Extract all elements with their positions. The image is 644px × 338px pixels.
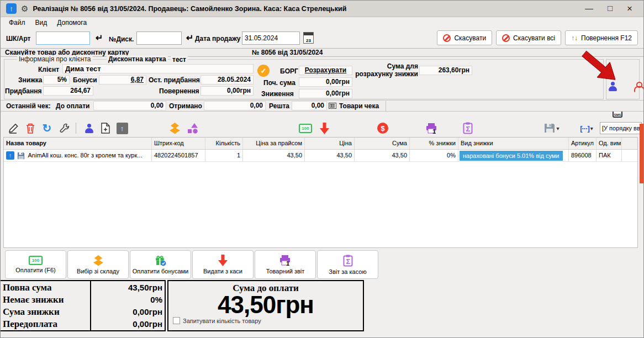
- menu-view[interactable]: Вид: [30, 19, 52, 27]
- sku-input[interactable]: [36, 31, 90, 45]
- received-field: 0,00: [204, 101, 266, 110]
- add-client-person-icon[interactable]: [634, 82, 643, 91]
- item-discount-kind-cell: нараховані бонуси 5.01% від суми: [458, 150, 569, 161]
- stock-icon[interactable]: [168, 122, 181, 135]
- stock-select-button[interactable]: Вибір зі складу: [67, 250, 129, 279]
- title-bar: ↑ ⚙ Реалізація № 8056 від 31/05/2024. Пр…: [1, 1, 643, 17]
- discount-field: 5%: [43, 75, 70, 84]
- sort-order-combo[interactable]: [У порядку вве: [600, 122, 642, 134]
- banknote-icon: 100: [29, 256, 43, 265]
- discount-card-label: №Диск.: [109, 35, 134, 43]
- delete-icon[interactable]: [24, 122, 37, 135]
- returns-field: 0,00грн: [200, 86, 254, 96]
- client-name-field: Дима тест: [62, 64, 254, 73]
- up-arrow-icon: ↑: [117, 123, 128, 134]
- ask-quantity-label: Запитувати кількість товару: [183, 318, 261, 324]
- item-list-price-cell: 43,50: [243, 150, 305, 161]
- item-unit-cell: ПАК: [597, 150, 622, 161]
- client-info-legend: Інформація про клієнта: [17, 55, 93, 63]
- total-amount: 43,50грн: [218, 294, 314, 316]
- upload-icon[interactable]: ↑: [115, 122, 129, 135]
- minimize-button[interactable]: —: [585, 3, 593, 14]
- discount-card-name: тест: [171, 56, 188, 64]
- item-sum-cell: 43,50: [355, 150, 410, 161]
- cash-report-button[interactable]: Σ Звіт за касою: [317, 250, 378, 279]
- withdraw-icon[interactable]: [318, 122, 331, 135]
- menu-help[interactable]: Допомога: [52, 19, 92, 27]
- gear-icon[interactable]: ⚙: [21, 4, 28, 14]
- sku-enter-icon[interactable]: ↵: [96, 33, 103, 43]
- pay-cash-icon[interactable]: 100: [299, 122, 312, 135]
- summary-label: Передоплата: [3, 318, 88, 330]
- initial-sum-label: Поч. сума: [263, 79, 295, 87]
- pay-button[interactable]: 100 Оплатити (F6): [5, 250, 66, 279]
- cash-out-button[interactable]: Видати з каси: [192, 250, 254, 279]
- dropdown-icon: ▾: [556, 125, 559, 131]
- dropdown-icon: ▾: [590, 125, 593, 131]
- ask-quantity-checkbox[interactable]: [173, 317, 180, 324]
- discount-base-field: 263,60грн: [419, 66, 472, 75]
- client-icon[interactable]: [82, 122, 96, 135]
- dots-icon: [···]: [580, 124, 589, 133]
- col-article[interactable]: Артикул: [569, 138, 597, 149]
- col-discount-pct[interactable]: % знижки: [410, 138, 458, 149]
- edit-icon[interactable]: [7, 122, 20, 135]
- table-row[interactable]: ↑ AnimAll кош. конс. 80г з кролем та кур…: [4, 150, 637, 162]
- options-icon[interactable]: [···] ▾: [575, 122, 598, 135]
- svg-text:1: 1: [286, 260, 289, 266]
- purchases-label: Придбання: [5, 87, 42, 95]
- cancel-button[interactable]: Скасувати: [437, 30, 492, 45]
- cash-out-label: Видати з каси: [203, 268, 242, 274]
- refresh-icon[interactable]: ↻: [40, 122, 54, 135]
- maximize-button[interactable]: □: [608, 3, 613, 14]
- goods-report-button[interactable]: 1 Товарний звіт: [255, 250, 316, 279]
- dollar-glyph: $: [377, 123, 388, 134]
- col-unit[interactable]: Од. вим.: [597, 138, 622, 149]
- col-list-price[interactable]: Ціна за прайсом: [243, 138, 305, 149]
- edge-marker: [640, 124, 643, 183]
- svg-text:Σ: Σ: [466, 125, 471, 133]
- disc-enter-icon[interactable]: ↵: [186, 33, 193, 43]
- col-price[interactable]: Ціна: [305, 138, 355, 149]
- discount-label: Знижка: [18, 76, 42, 84]
- stock-select-label: Вибір зі складу: [77, 268, 119, 274]
- reduction-field: 0,00грн: [299, 89, 352, 98]
- discount-card-input[interactable]: [136, 31, 182, 45]
- return-button[interactable]: ↑↓ Повернення F12: [565, 30, 638, 45]
- goods-report-icon[interactable]: 1: [425, 122, 438, 135]
- pay-bonus-button[interactable]: Оплатити бонусами: [130, 250, 191, 279]
- col-sum[interactable]: Сума: [355, 138, 410, 149]
- summary-label: Сума знижки: [3, 306, 88, 318]
- table-header-row: Назва товару Штрих-код Кількість Ціна за…: [4, 138, 637, 150]
- cancel-button-label: Скасувати: [454, 34, 486, 42]
- dollar-icon[interactable]: $: [376, 122, 389, 135]
- row-save-icon[interactable]: [17, 152, 25, 160]
- col-name[interactable]: Назва товару: [4, 138, 152, 149]
- receipt-items-link[interactable]: Товари чека: [339, 102, 379, 110]
- purchases-field: 264,67: [43, 86, 93, 96]
- col-qty[interactable]: Кількість: [205, 138, 243, 149]
- item-filler-cell: [622, 150, 637, 161]
- col-discount-kind[interactable]: Вид знижки: [458, 138, 569, 149]
- wrench-icon[interactable]: [57, 122, 71, 135]
- row-up-arrow-icon[interactable]: ↑: [6, 151, 14, 160]
- debt-label: БОРГ: [280, 67, 298, 75]
- menu-file[interactable]: Файл: [4, 19, 30, 27]
- cancel-all-button[interactable]: Скасувати всі: [496, 30, 561, 45]
- summary-value: 0,00грн: [93, 318, 162, 330]
- cash-report-icon[interactable]: Σ: [461, 122, 474, 135]
- last-purchase-field: 28.05.2024: [200, 75, 254, 84]
- sale-date-input[interactable]: [242, 31, 300, 45]
- col-barcode[interactable]: Штрих-код: [152, 138, 205, 149]
- calendar-icon[interactable]: 23: [303, 32, 314, 44]
- items-table: Назва товару Штрих-код Кількість Ціна за…: [3, 137, 638, 248]
- close-button[interactable]: ×: [627, 3, 632, 14]
- bonus-field[interactable]: 6,87: [99, 75, 146, 84]
- save-icon[interactable]: ▾: [542, 122, 562, 135]
- stock-icon: [92, 255, 104, 266]
- item-article-cell: 896008: [569, 150, 597, 161]
- calculate-link[interactable]: Розрахувати: [299, 66, 352, 75]
- app-icon: ↑: [6, 3, 17, 14]
- new-document-icon[interactable]: [99, 122, 112, 135]
- shapes-icon[interactable]: [186, 122, 199, 135]
